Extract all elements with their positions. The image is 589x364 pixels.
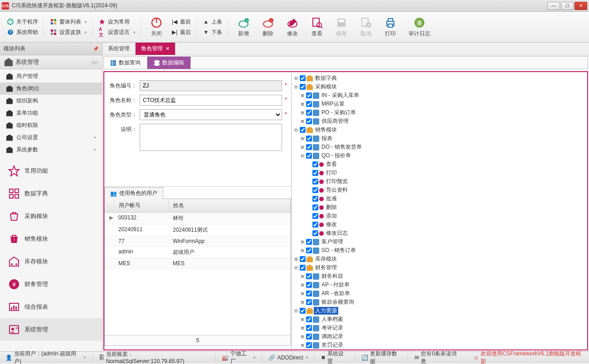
audit-button[interactable]: 審审计日志 <box>404 15 435 39</box>
sidebar-item-2[interactable]: 组织架构 <box>0 95 102 107</box>
tree-node[interactable]: ⊟人力资源 <box>292 306 586 315</box>
save-button[interactable]: 保存 <box>331 15 352 39</box>
tree-node[interactable]: ⊞DO - 销售发货单 <box>292 143 586 151</box>
tree-checkbox[interactable] <box>306 291 312 296</box>
col-name[interactable]: 姓名 <box>169 199 291 212</box>
expand-icon[interactable]: ⊞ <box>300 102 305 107</box>
expand-icon[interactable]: ⊟ <box>293 265 299 271</box>
tree-node[interactable]: ⊞供应商管理 <box>292 117 586 126</box>
tree-checkbox[interactable] <box>300 308 306 314</box>
maximize-button[interactable]: ☐ <box>561 2 574 10</box>
user-tab[interactable]: 👥 使用角色的用户 <box>104 187 163 199</box>
tree-node[interactable]: ⊞考评记录 <box>292 324 586 332</box>
sidebar-section-system[interactable]: 系统管理 ◁◁ <box>0 55 102 69</box>
set-default-menu[interactable]: 设为常用 <box>97 17 137 27</box>
fav-item-2[interactable]: ↓采购模块 <box>0 205 102 228</box>
tree-checkbox[interactable] <box>312 196 318 202</box>
status-cache[interactable]: 🔄更新缓存数据 <box>360 350 404 364</box>
tree-checkbox[interactable] <box>306 342 312 348</box>
tree-checkbox[interactable] <box>306 101 312 107</box>
fav-item-0[interactable]: 常用功能 <box>0 160 102 182</box>
tree-node[interactable]: ⊟QO - 报价单 <box>292 151 586 160</box>
tree-node[interactable]: ⊞调岗记录 <box>292 332 586 341</box>
fav-item-3[interactable]: ↑销售模块 <box>0 228 102 250</box>
expand-icon[interactable]: ⊟ <box>293 84 299 90</box>
expand-icon[interactable]: ⊞ <box>300 317 305 322</box>
tree-node[interactable]: ⊟数据字典 <box>292 74 586 83</box>
tree-checkbox[interactable] <box>306 118 312 124</box>
col-uid[interactable]: 用户帐号 <box>114 199 169 212</box>
tree-node[interactable]: 打印 <box>292 169 586 177</box>
about-menu[interactable]: ? 关于程序 <box>5 17 40 27</box>
tree-checkbox[interactable] <box>306 144 312 150</box>
nav-icon[interactable]: ◁◁ <box>90 59 97 65</box>
tree-checkbox[interactable] <box>300 127 306 133</box>
tree-node[interactable]: ⊞AR - 收款单 <box>292 289 586 298</box>
expand-icon[interactable]: ⊟ <box>300 153 305 159</box>
minimize-button[interactable]: — <box>547 2 560 10</box>
status-settings[interactable]: ✖系统设置 <box>319 350 350 364</box>
tree-checkbox[interactable] <box>306 136 312 141</box>
tree-node[interactable]: 修改日志 <box>292 229 586 238</box>
tree-checkbox[interactable] <box>312 204 318 210</box>
tree-node[interactable]: 查看 <box>292 160 586 169</box>
status-db[interactable]: 🗄当前账套：Normal(SqlServer:120.79.85.97) <box>97 350 210 364</box>
sidebar-item-5[interactable]: 公司设置▾ <box>0 131 102 144</box>
add-button[interactable]: +新增 <box>233 15 254 39</box>
help-menu[interactable]: ? 系统帮助 <box>5 28 40 37</box>
skin-menu[interactable]: 设置皮肤▾ <box>49 28 88 37</box>
tree-node[interactable]: 打印预览 <box>292 177 586 186</box>
tree-node[interactable]: ⊞SO - 销售订单 <box>292 246 586 255</box>
tree-checkbox[interactable] <box>312 213 318 219</box>
tree-checkbox[interactable] <box>300 265 306 271</box>
close-button[interactable]: ✕ <box>574 2 587 10</box>
tree-node[interactable]: 删除 <box>292 203 586 212</box>
cancel-button[interactable]: ✕取消 <box>355 15 377 39</box>
tree-checkbox[interactable] <box>306 110 312 116</box>
expand-icon[interactable]: ⊞ <box>300 119 305 124</box>
tree-node[interactable]: ⊞MRP运算 <box>292 100 586 108</box>
status-factory[interactable]: 🏭宁德工厂▾ <box>220 350 258 364</box>
last-button[interactable]: ▶|最后 <box>170 28 193 37</box>
permission-tree[interactable]: ⊟数据字典⊟采购模块⊞IN - 采购入库单⊞MRP运算⊞PO - 采购订单⊞供应… <box>291 72 587 349</box>
sidebar-item-6[interactable]: 系统参数▾ <box>0 144 102 156</box>
delete-button[interactable]: −删除 <box>257 15 279 39</box>
expand-icon[interactable]: ⊞ <box>300 110 305 116</box>
tree-node[interactable]: 批准 <box>292 194 586 203</box>
first-button[interactable]: |◀最前 <box>170 17 193 27</box>
expand-icon[interactable]: ⊟ <box>293 127 299 133</box>
status-user[interactable]: 👤当前用户：(admin-超级用户)▾ <box>4 350 88 364</box>
expand-icon[interactable]: ⊞ <box>300 248 305 253</box>
tree-checkbox[interactable] <box>306 248 312 253</box>
tree-node[interactable]: ⊞账款余额查询 <box>292 298 586 306</box>
tree-node[interactable]: ⊞库存模块 <box>292 255 586 263</box>
tree-checkbox[interactable] <box>306 153 312 159</box>
sidebar-item-1[interactable]: 角色/岗位 <box>0 83 102 95</box>
tree-checkbox[interactable] <box>306 273 312 279</box>
close-tool-button[interactable]: 关闭 <box>146 15 167 39</box>
tree-checkbox[interactable] <box>312 230 318 236</box>
tree-checkbox[interactable] <box>312 187 318 193</box>
tree-node[interactable]: ⊞财务科目 <box>292 272 586 281</box>
tab-0[interactable]: 系统管理 <box>102 43 136 55</box>
tree-node[interactable]: ⊞AP - 付款单 <box>292 281 586 289</box>
tree-checkbox[interactable] <box>306 282 312 288</box>
sidebar-item-4[interactable]: 临时权限 <box>0 119 102 131</box>
tree-node[interactable]: 导出资料 <box>292 186 586 194</box>
tab-close-icon[interactable]: ✕ <box>166 46 170 52</box>
tree-checkbox[interactable] <box>306 92 312 98</box>
expand-icon[interactable]: ⊞ <box>300 325 305 331</box>
print-button[interactable]: 打印 <box>380 15 401 39</box>
edit-button[interactable]: 修改 <box>282 15 303 39</box>
expand-icon[interactable]: ⊞ <box>300 334 305 340</box>
status-conn[interactable]: 🔗ADODirect▾ <box>267 354 309 361</box>
subtab-0[interactable]: 数据查询 <box>104 57 147 69</box>
table-row[interactable]: 77WinFormApp <box>105 236 291 247</box>
language-menu[interactable]: A文 设置语言▾ <box>97 28 137 37</box>
tree-checkbox[interactable] <box>306 316 312 322</box>
table-row[interactable]: admin超级用户 <box>105 247 291 258</box>
tree-checkbox[interactable] <box>312 161 318 167</box>
tree-node[interactable]: ⊞奖罚记录 <box>292 341 586 349</box>
tree-node[interactable]: ⊞人事档案 <box>292 315 586 324</box>
role-code-input[interactable] <box>140 80 282 91</box>
